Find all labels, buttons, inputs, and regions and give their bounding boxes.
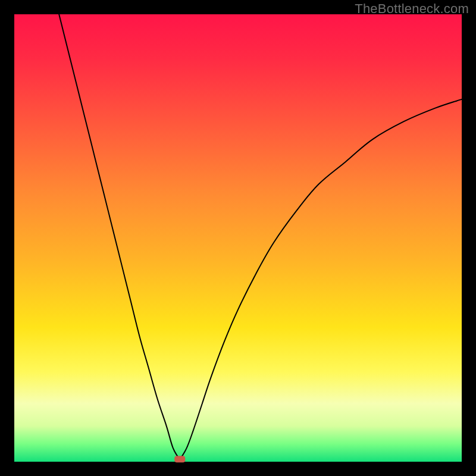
curve-right [180, 99, 462, 459]
curve-left [59, 14, 180, 459]
chart-plot-area [14, 14, 462, 462]
min-marker [174, 456, 185, 462]
chart-svg [14, 14, 462, 462]
